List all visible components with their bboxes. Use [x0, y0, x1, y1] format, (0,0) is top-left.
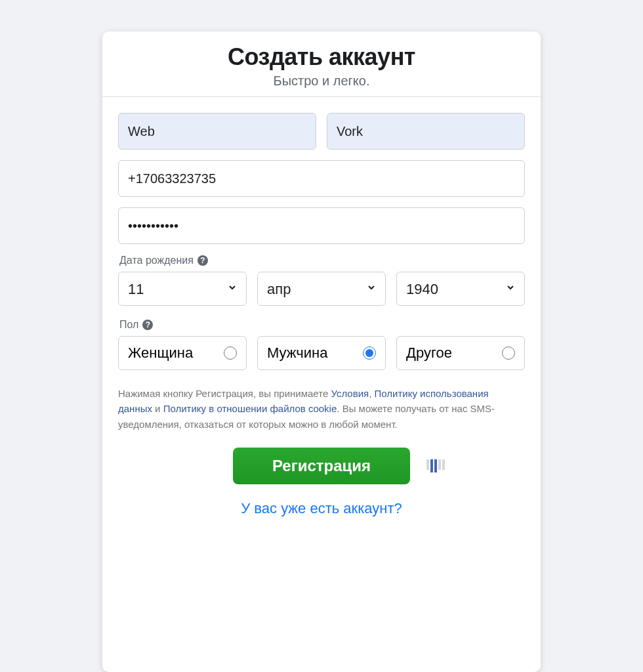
password-input[interactable]: [118, 207, 525, 244]
contact-input[interactable]: [118, 160, 525, 197]
help-icon[interactable]: ?: [197, 255, 208, 266]
signup-card: Создать аккаунт Быстро и легко. Дата рож…: [102, 32, 541, 672]
legal-text: Нажимая кнопку Регистрация, вы принимает…: [118, 386, 525, 432]
gender-label: Пол ?: [119, 319, 525, 331]
loading-spinner-icon: [426, 459, 445, 472]
submit-button[interactable]: Регистрация: [233, 448, 410, 484]
gender-radio-female[interactable]: [224, 346, 237, 360]
birthday-label: Дата рождения ?: [119, 255, 525, 266]
gender-option-female[interactable]: Женщина: [118, 336, 247, 370]
card-body: Дата рождения ? 11 апр: [102, 97, 541, 536]
first-name-input[interactable]: [118, 113, 316, 150]
last-name-input[interactable]: [327, 113, 525, 150]
gender-radio-other[interactable]: [502, 346, 515, 360]
terms-link[interactable]: Условия: [331, 388, 369, 399]
gender-radio-male[interactable]: [363, 346, 376, 360]
page-subtitle: Быстро и легко.: [115, 74, 528, 89]
help-icon[interactable]: ?: [142, 320, 153, 330]
birthday-year-select[interactable]: 1940: [396, 272, 525, 306]
birthday-month-select[interactable]: апр: [257, 272, 386, 306]
cookie-policy-link[interactable]: Политику в отношении файлов cookie: [163, 403, 337, 414]
page-title: Создать аккаунт: [115, 43, 528, 71]
gender-option-other[interactable]: Другое: [396, 336, 525, 370]
gender-option-male[interactable]: Мужчина: [257, 336, 386, 370]
birthday-day-select[interactable]: 11: [118, 272, 247, 306]
existing-account-link[interactable]: У вас уже есть аккаунт?: [241, 500, 402, 516]
card-header: Создать аккаунт Быстро и легко.: [102, 32, 541, 97]
